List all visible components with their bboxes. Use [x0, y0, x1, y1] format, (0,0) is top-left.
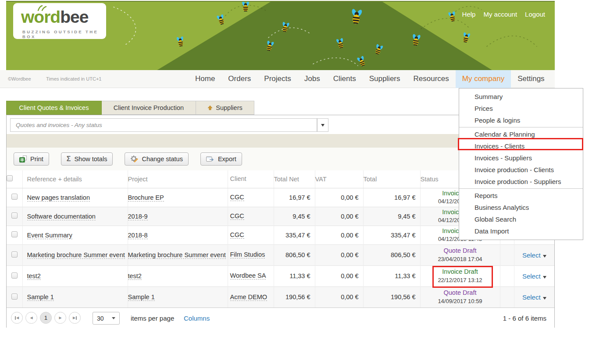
vat-value: 0,00 €: [315, 286, 363, 307]
nav-item-orders[interactable]: Orders: [221, 70, 257, 88]
reference-link[interactable]: Sample 1: [27, 293, 54, 301]
client-link[interactable]: Wordbee SA: [230, 272, 266, 279]
select-action-link[interactable]: Select: [522, 251, 541, 259]
help-link[interactable]: Help: [462, 11, 476, 18]
logo-text: wordbee: [21, 8, 88, 25]
project-link[interactable]: 2018-8: [128, 232, 148, 239]
items-per-page-value: 30: [97, 315, 104, 322]
col-header-project[interactable]: Project: [128, 170, 228, 188]
arrow-up-icon: [207, 105, 213, 110]
status-badge[interactable]: Quote Draft: [444, 289, 477, 296]
reference-link[interactable]: test2: [27, 272, 41, 280]
prev-page-button[interactable]: ◀: [25, 312, 37, 324]
menu-item-calendar-planning[interactable]: Calendar & Planning: [459, 128, 583, 140]
menu-item-prices[interactable]: Prices: [459, 102, 583, 114]
vat-value: 0,00 €: [315, 207, 363, 226]
row-checkbox[interactable]: [11, 272, 18, 279]
reference-link[interactable]: New pages translation: [27, 194, 90, 201]
col-header-total-net[interactable]: Total Net: [274, 170, 315, 188]
reference-link[interactable]: Event Summary: [27, 232, 72, 239]
status-badge[interactable]: Quote Draft: [444, 247, 477, 254]
tab-bar: Client Quotes & Invoices Client Invoice …: [6, 101, 254, 115]
project-link[interactable]: Sample 1: [128, 293, 155, 301]
row-checkbox[interactable]: [11, 251, 18, 258]
nav-item-jobs[interactable]: Jobs: [298, 70, 327, 88]
status-filter-input[interactable]: Quotes and invoices - Any status: [10, 118, 317, 132]
next-page-button[interactable]: ▶: [54, 312, 66, 324]
my-account-link[interactable]: My account: [483, 11, 517, 18]
client-link[interactable]: Film Studios: [230, 251, 265, 258]
vat-value: 0,00 €: [315, 265, 363, 286]
banner-dark-band: [156, 2, 493, 70]
status-badge[interactable]: Invoice Draft: [442, 268, 478, 275]
reference-link[interactable]: Software documentation: [27, 213, 96, 220]
row-checkbox[interactable]: [11, 212, 18, 219]
client-link[interactable]: CGC: [230, 212, 244, 220]
project-link[interactable]: test2: [128, 272, 142, 280]
col-header-reference[interactable]: Reference + details: [22, 170, 128, 188]
menu-item-data-import[interactable]: Data Import: [459, 225, 583, 237]
col-header-vat[interactable]: VAT: [315, 170, 363, 188]
client-link[interactable]: CGC: [230, 231, 244, 239]
first-page-button[interactable]: ◀: [11, 312, 23, 324]
col-header-client[interactable]: Client: [228, 170, 274, 188]
client-link[interactable]: Acme DEMO: [230, 293, 268, 301]
current-page-button[interactable]: 1: [40, 312, 52, 324]
bee-icon: [216, 14, 226, 25]
nav-item-projects[interactable]: Projects: [257, 70, 297, 88]
menu-item-summary[interactable]: Summary: [459, 91, 583, 102]
total-net-value: 806,50 €: [274, 244, 315, 265]
select-action-link[interactable]: Select: [522, 272, 541, 280]
menu-item-invoices-suppliers[interactable]: Invoices - Suppliers: [459, 152, 583, 164]
status-date: 22/12/2017 13:12: [438, 277, 482, 283]
bee-icon: [176, 36, 185, 47]
header-banner: wordbee BUZZING OUTSIDE THE BOX Help My …: [6, 1, 555, 70]
bee-icon: [447, 11, 457, 22]
tab-client-quotes-invoices[interactable]: Client Quotes & Invoices: [6, 101, 102, 115]
change-status-button[interactable]: Change status: [125, 152, 189, 166]
logout-link[interactable]: Logout: [525, 11, 545, 18]
nav-item-suppliers[interactable]: Suppliers: [363, 70, 407, 88]
nav-item-settings[interactable]: Settings: [511, 70, 551, 88]
wordbee-logo[interactable]: wordbee BUZZING OUTSIDE THE BOX: [13, 3, 106, 39]
vat-value: 0,00 €: [315, 226, 363, 244]
print-button-label: Print: [30, 155, 43, 163]
menu-item-business-analytics[interactable]: Business Analytics: [459, 201, 583, 213]
client-link[interactable]: CGC: [230, 194, 244, 201]
menu-item-invoices-clients[interactable]: Invoices - Clients: [459, 140, 583, 152]
table-row: test2 test2 Wordbee SA 11,33 € 0,00 € 11…: [7, 265, 554, 286]
col-header-total[interactable]: Total: [363, 170, 420, 188]
print-button[interactable]: Print: [14, 152, 49, 166]
menu-item-invoice-production-clients[interactable]: Invoice production - Clients: [459, 164, 583, 176]
menu-item-people-logins[interactable]: People & logins: [459, 114, 583, 126]
nav-item-resources[interactable]: Resources: [407, 70, 456, 88]
total-value: 806,50 €: [363, 244, 420, 265]
reference-link[interactable]: Marketing brochure Summer event: [27, 251, 125, 259]
items-per-page-select[interactable]: 30: [93, 312, 120, 325]
show-totals-button[interactable]: Σ Show totals: [61, 152, 113, 166]
select-all-checkbox[interactable]: [7, 175, 13, 181]
project-link[interactable]: 2018-9: [128, 213, 148, 220]
tab-client-invoice-production[interactable]: Client Invoice Production: [102, 101, 196, 115]
nav-item-home[interactable]: Home: [189, 70, 221, 88]
tab-suppliers[interactable]: Suppliers: [196, 101, 254, 115]
header-links: Help My account Logout: [462, 11, 545, 18]
select-action-link[interactable]: Select: [522, 293, 541, 301]
row-checkbox[interactable]: [11, 231, 18, 237]
filter-dropdown-button[interactable]: [317, 118, 328, 132]
last-page-button[interactable]: ▶: [69, 312, 81, 324]
columns-link[interactable]: Columns: [184, 315, 210, 322]
menu-item-global-search[interactable]: Global Search: [459, 213, 583, 225]
project-link[interactable]: Marketing brochure Summer event: [128, 251, 226, 259]
menu-item-invoice-production-suppliers[interactable]: Invoice production - Suppliers: [459, 176, 583, 187]
total-value: 335,47 €: [363, 226, 420, 244]
export-label: Export: [218, 155, 236, 163]
export-button[interactable]: Export: [200, 152, 242, 166]
menu-item-reports[interactable]: Reports: [459, 190, 583, 201]
row-checkbox[interactable]: [11, 293, 18, 300]
row-checkbox[interactable]: [11, 194, 18, 200]
nav-item-my-company[interactable]: My company: [456, 70, 511, 88]
nav-item-clients[interactable]: Clients: [327, 70, 363, 88]
project-link[interactable]: Brochure EP: [128, 194, 164, 201]
gear-icon: [130, 155, 138, 163]
